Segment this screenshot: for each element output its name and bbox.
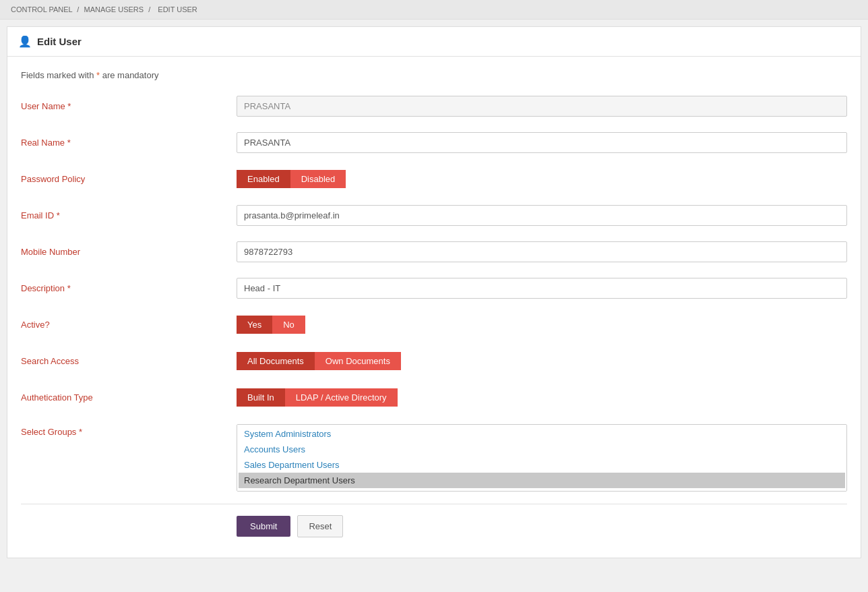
main-panel: 👤 Edit User Fields marked with * are man… — [7, 26, 861, 558]
mandatory-note: Fields marked with * are mandatory — [21, 70, 847, 80]
auth-type-toggle: Built In LDAP / Active Directory — [237, 388, 398, 407]
group-option-hr[interactable]: HR Department Users — [239, 488, 845, 492]
password-policy-enabled-button[interactable]: Enabled — [237, 170, 290, 188]
breadcrumb-control-panel[interactable]: CONTROL PANEL — [11, 5, 72, 13]
reset-button[interactable]: Reset — [297, 515, 343, 537]
email-label: Email ID * — [21, 210, 237, 220]
username-row: User Name * — [21, 94, 847, 118]
breadcrumb-separator-1: / — [77, 5, 79, 13]
email-row: Email ID * — [21, 203, 847, 227]
breadcrumb-manage-users[interactable]: MANAGE USERS — [84, 5, 144, 13]
username-label: User Name * — [21, 101, 237, 111]
group-option-sales[interactable]: Sales Department Users — [239, 457, 845, 473]
breadcrumb-separator-2: / — [148, 5, 150, 13]
email-input[interactable] — [237, 205, 847, 226]
panel-header: 👤 Edit User — [7, 27, 861, 57]
groups-row: Select Groups * System Administrators Ac… — [21, 421, 847, 492]
username-input[interactable] — [237, 96, 847, 117]
password-policy-disabled-button[interactable]: Disabled — [290, 170, 346, 188]
group-option-research[interactable]: Research Department Users — [239, 473, 845, 488]
active-label: Active? — [21, 320, 237, 330]
search-access-toggle: All Documents Own Documents — [237, 352, 401, 370]
breadcrumb-edit-user: EDIT USER — [158, 5, 197, 13]
panel-body: Fields marked with * are mandatory User … — [7, 57, 861, 558]
password-policy-row: Password Policy Enabled Disabled — [21, 167, 847, 191]
group-option-sysadmin[interactable]: System Administrators — [239, 426, 845, 442]
realname-input[interactable] — [237, 132, 847, 153]
page-title: Edit User — [37, 36, 82, 47]
description-input[interactable] — [237, 278, 847, 299]
auth-type-row: Authetication Type Built In LDAP / Activ… — [21, 385, 847, 409]
password-policy-toggle: Enabled Disabled — [237, 170, 346, 188]
active-row: Active? Yes No — [21, 312, 847, 336]
description-label: Description * — [21, 283, 237, 293]
realname-row: Real Name * — [21, 130, 847, 154]
active-toggle: Yes No — [237, 316, 305, 334]
search-access-own-button[interactable]: Own Documents — [315, 352, 401, 370]
group-option-accounts[interactable]: Accounts Users — [239, 442, 845, 457]
form-actions: Submit Reset — [21, 504, 847, 537]
active-yes-button[interactable]: Yes — [237, 316, 272, 334]
search-access-all-button[interactable]: All Documents — [237, 352, 315, 370]
submit-button[interactable]: Submit — [237, 516, 290, 537]
search-access-label: Search Access — [21, 356, 237, 366]
groups-select[interactable]: System Administrators Accounts Users Sal… — [237, 424, 847, 492]
auth-builtin-button[interactable]: Built In — [237, 388, 285, 407]
mobile-input[interactable] — [237, 241, 847, 262]
realname-label: Real Name * — [21, 138, 237, 148]
auth-type-label: Authetication Type — [21, 392, 237, 403]
mobile-label: Mobile Number — [21, 247, 237, 257]
description-row: Description * — [21, 276, 847, 300]
search-access-row: Search Access All Documents Own Document… — [21, 349, 847, 373]
auth-ldap-button[interactable]: LDAP / Active Directory — [285, 388, 398, 407]
breadcrumb: CONTROL PANEL / MANAGE USERS / EDIT USER — [0, 0, 868, 20]
user-icon: 👤 — [18, 35, 32, 48]
groups-list-wrapper: System Administrators Accounts Users Sal… — [237, 424, 847, 492]
mobile-row: Mobile Number — [21, 239, 847, 264]
password-policy-label: Password Policy — [21, 174, 237, 184]
active-no-button[interactable]: No — [272, 316, 305, 334]
groups-label: Select Groups * — [21, 424, 237, 437]
